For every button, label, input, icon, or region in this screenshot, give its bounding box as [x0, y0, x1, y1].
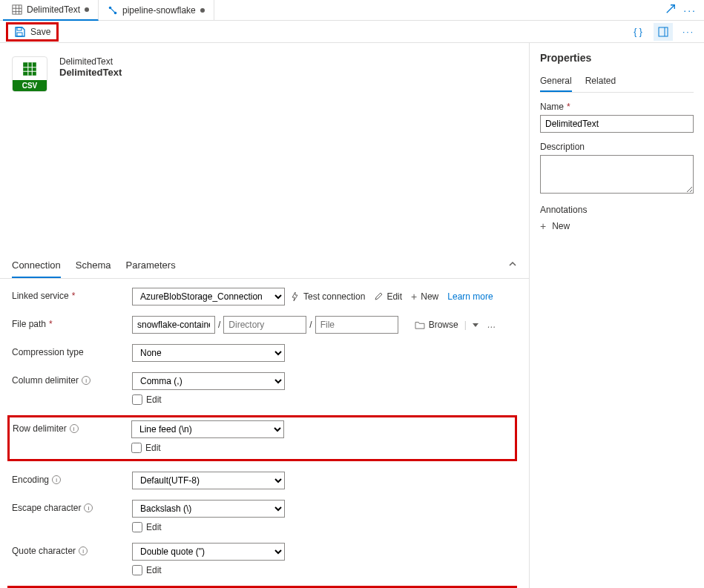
row-delimiter-edit-checkbox[interactable]: [131, 443, 142, 453]
code-icon[interactable]: { }: [628, 23, 648, 41]
save-button[interactable]: Save: [6, 22, 59, 42]
plus-icon: +: [411, 291, 417, 302]
svg-rect-10: [17, 33, 22, 36]
edit-label: Edit: [146, 565, 162, 575]
svg-rect-11: [659, 27, 668, 36]
compression-type-select[interactable]: None: [132, 344, 285, 362]
label-compression-type: Compression type: [12, 344, 132, 357]
test-connection-button[interactable]: Test connection: [288, 291, 368, 302]
divider: |: [464, 320, 467, 330]
label-column-delimiter: Column delimiter i: [12, 372, 132, 386]
path-separator: /: [309, 320, 312, 330]
escape-character-select[interactable]: Backslash (\): [132, 500, 285, 518]
edit-label: Edit: [146, 394, 162, 405]
csv-file-icon: CSV: [12, 56, 47, 92]
quote-character-select[interactable]: Double quote ("): [132, 543, 285, 561]
label-annotations: Annotations: [540, 205, 694, 215]
path-separator: /: [218, 320, 220, 330]
pencil-icon: [374, 292, 383, 301]
tab-pipeline-snowflake[interactable]: pipeline-snowflake: [99, 0, 214, 21]
chevron-down-icon: [473, 323, 478, 327]
info-icon[interactable]: i: [52, 475, 61, 484]
browse-button[interactable]: Browse: [412, 320, 461, 330]
tab-delimitedtext[interactable]: DelimitedText: [3, 0, 99, 21]
label-quote-character: Quote character i: [12, 543, 132, 556]
collapse-icon[interactable]: [508, 260, 517, 271]
grid-icon: [12, 4, 22, 15]
encoding-select[interactable]: Default(UTF-8): [132, 472, 285, 489]
label-row-delimiter: Row delimiter i: [11, 420, 131, 434]
info-icon[interactable]: i: [79, 546, 88, 555]
more-icon[interactable]: ···: [683, 4, 697, 16]
escape-char-edit-checkbox[interactable]: [132, 522, 142, 532]
label-file-path: File path*: [12, 316, 132, 329]
svg-rect-0: [13, 4, 22, 13]
browse-dropdown[interactable]: [470, 323, 481, 327]
folder-icon: [415, 320, 425, 329]
learn-more-link[interactable]: Learn more: [444, 291, 496, 302]
tab-label: DelimitedText: [27, 4, 80, 15]
tab-parameters[interactable]: Parameters: [125, 254, 175, 278]
label-description: Description: [540, 142, 694, 152]
more-actions-icon[interactable]: ···: [679, 23, 698, 41]
name-input[interactable]: [540, 115, 694, 133]
tab-schema[interactable]: Schema: [76, 254, 111, 278]
column-delimiter-edit-checkbox[interactable]: [132, 394, 142, 405]
preview-button[interactable]: …: [484, 320, 499, 330]
properties-tab-related[interactable]: Related: [585, 71, 616, 92]
dirty-indicator-icon: [200, 8, 205, 13]
filepath-container-input[interactable]: [132, 316, 215, 334]
tab-connection[interactable]: Connection: [12, 254, 61, 278]
expand-icon[interactable]: [665, 4, 676, 16]
info-icon[interactable]: i: [84, 503, 93, 512]
dirty-indicator-icon: [85, 7, 89, 12]
filepath-directory-input[interactable]: [223, 316, 306, 334]
new-annotation-button[interactable]: + New: [540, 218, 694, 234]
label-escape-character: Escape character i: [12, 500, 132, 513]
quote-char-edit-checkbox[interactable]: [132, 565, 142, 575]
pipeline-icon: [108, 5, 118, 16]
tab-label: pipeline-snowflake: [122, 5, 196, 16]
linked-service-select[interactable]: AzureBlobStorage_Connection: [132, 288, 285, 305]
save-label: Save: [30, 27, 50, 37]
column-delimiter-select[interactable]: Comma (,): [132, 372, 285, 390]
label-encoding: Encoding i: [12, 472, 132, 485]
csv-label: CSV: [13, 80, 47, 91]
label-name: Name*: [540, 102, 694, 112]
properties-toggle-icon[interactable]: [654, 23, 673, 41]
new-linked-service-button[interactable]: + New: [408, 291, 441, 302]
plus-icon: +: [540, 221, 546, 231]
info-icon[interactable]: i: [70, 424, 79, 433]
edit-linked-service-button[interactable]: Edit: [371, 291, 405, 302]
filepath-file-input[interactable]: [315, 316, 398, 334]
info-icon[interactable]: i: [82, 376, 91, 385]
properties-title: Properties: [540, 52, 694, 64]
edit-label: Edit: [145, 443, 161, 453]
label-linked-service: Linked service*: [12, 288, 132, 301]
dataset-name: DelimitedText: [59, 67, 122, 78]
edit-label: Edit: [146, 522, 162, 532]
svg-rect-13: [23, 62, 36, 76]
lightning-icon: [291, 292, 300, 301]
svg-line-8: [667, 5, 675, 13]
svg-line-7: [111, 8, 114, 12]
save-icon: [14, 26, 26, 38]
description-input[interactable]: [540, 155, 694, 194]
row-delimiter-select[interactable]: Line feed (\n): [131, 420, 284, 438]
dataset-type: DelimitedText: [59, 56, 122, 67]
properties-tab-general[interactable]: General: [540, 71, 572, 92]
